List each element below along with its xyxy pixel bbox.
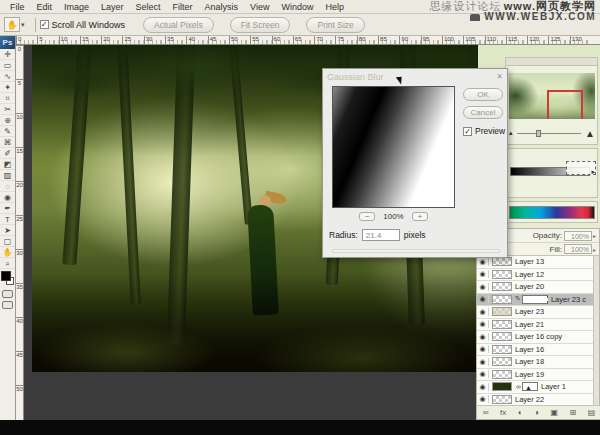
marquee-tool[interactable]: ▭ <box>0 60 15 71</box>
fill-dropdown-icon[interactable]: ▸ <box>593 246 596 253</box>
new-layer-icon[interactable]: ⊞ <box>569 408 576 417</box>
layer-rename-input[interactable] <box>522 295 548 304</box>
layer-thumbnail[interactable] <box>492 282 512 291</box>
hand-tool-icon[interactable]: ✋ <box>4 17 20 32</box>
color-swatches[interactable] <box>0 271 15 287</box>
eye-icon[interactable]: ◉ <box>477 258 489 266</box>
eye-icon[interactable]: ◉ <box>477 270 489 278</box>
layer-row[interactable]: ◉Layer 23 <box>477 306 595 319</box>
layer-thumbnail[interactable] <box>492 395 512 404</box>
menu-analysis[interactable]: Analysis <box>199 2 245 12</box>
layer-row[interactable]: ◉Layer 12 <box>477 269 595 282</box>
path-select-tool[interactable]: ➤ <box>0 225 15 236</box>
adjustment-layer-icon[interactable]: ◑ <box>534 408 539 417</box>
zoom-out-mountain-icon[interactable]: ▴ <box>509 129 513 137</box>
layer-mask-thumbnail[interactable]: ▲ <box>522 382 538 391</box>
layer-row[interactable]: ◉Layer 21 <box>477 319 595 332</box>
menu-window[interactable]: Window <box>275 2 319 12</box>
close-icon[interactable]: ✕ <box>496 72 503 81</box>
layer-row[interactable]: ◉Layer 19 <box>477 369 595 382</box>
layer-thumbnail[interactable] <box>492 332 512 341</box>
menu-edit[interactable]: Edit <box>31 2 59 12</box>
opacity-dropdown-icon[interactable]: ▸ <box>593 232 596 239</box>
move-tool[interactable]: ✛ <box>0 49 15 60</box>
layer-thumbnail[interactable] <box>492 357 512 366</box>
clone-stamp-tool[interactable]: ⌘ <box>0 137 15 148</box>
opacity-value[interactable]: 100% <box>564 231 592 241</box>
gradient-arrow-icon[interactable]: ▸ <box>591 168 595 176</box>
layer-row[interactable]: ◉✎Layer 23 c <box>477 294 595 307</box>
eye-icon[interactable]: ◉ <box>477 395 489 403</box>
layer-row[interactable]: ◉∞▲Layer 1 <box>477 381 595 394</box>
layer-thumbnail[interactable] <box>492 320 512 329</box>
menu-select[interactable]: Select <box>130 2 167 12</box>
dialog-title-bar[interactable]: Gaussian Blur ✕ <box>323 69 507 84</box>
radius-slider-groove[interactable] <box>332 249 500 253</box>
eye-icon[interactable]: ◉ <box>477 295 489 303</box>
eye-icon[interactable]: ◉ <box>477 345 489 353</box>
layer-mask-icon[interactable]: ◐ <box>518 408 523 417</box>
menu-help[interactable]: Help <box>319 2 350 12</box>
layer-thumbnail[interactable] <box>492 257 512 266</box>
zoom-out-button[interactable]: − <box>359 212 375 221</box>
screen-mode-button[interactable] <box>2 301 13 309</box>
menu-image[interactable]: Image <box>58 2 95 12</box>
radius-input[interactable] <box>362 229 400 241</box>
zoom-in-mountain-icon[interactable]: ▲ <box>585 128 595 139</box>
navigator-zoom-slider[interactable] <box>517 133 582 134</box>
navigator-thumbnail[interactable] <box>509 73 595 119</box>
eye-icon[interactable]: ◉ <box>477 370 489 378</box>
layer-thumbnail[interactable] <box>492 345 512 354</box>
layer-thumbnail[interactable] <box>492 295 512 304</box>
eye-icon[interactable]: ◉ <box>477 283 489 291</box>
cancel-button[interactable]: Cancel <box>463 106 503 119</box>
type-tool[interactable]: T <box>0 214 15 225</box>
layer-thumbnail[interactable] <box>492 270 512 279</box>
actual-pixels-button[interactable]: Actual Pixels <box>143 17 214 33</box>
link-layers-icon[interactable]: ∞ <box>483 408 489 417</box>
magic-wand-tool[interactable]: ✦ <box>0 82 15 93</box>
foreground-color-swatch[interactable] <box>1 271 11 281</box>
color-spectrum-ramp[interactable] <box>509 206 595 219</box>
fit-screen-button[interactable]: Fit Screen <box>230 17 291 33</box>
blur-tool[interactable]: ◌ <box>0 181 15 192</box>
eye-icon[interactable]: ◉ <box>477 320 489 328</box>
preview-check-icon[interactable]: ✓ <box>463 127 472 136</box>
layer-row[interactable]: ◉Layer 16 <box>477 344 595 357</box>
checkbox-icon[interactable]: ✓ <box>40 20 49 29</box>
history-brush-tool[interactable]: ✐ <box>0 148 15 159</box>
scroll-all-windows-checkbox[interactable]: ✓ Scroll All Windows <box>40 20 126 30</box>
mask-link-icon[interactable]: ∞ <box>516 383 521 390</box>
healing-brush-tool[interactable]: ⊕ <box>0 115 15 126</box>
slice-tool[interactable]: ✂ <box>0 104 15 115</box>
dodge-tool[interactable]: ◉ <box>0 192 15 203</box>
layer-style-icon[interactable]: fx <box>500 408 506 417</box>
navigator-tab-strip[interactable] <box>506 58 597 66</box>
layer-row[interactable]: ◉Layer 20 <box>477 281 595 294</box>
navigator-viewbox[interactable] <box>547 90 583 119</box>
eraser-tool[interactable]: ◩ <box>0 159 15 170</box>
menu-filter[interactable]: Filter <box>167 2 199 12</box>
zoom-tool[interactable]: ⌕ <box>0 258 15 269</box>
delete-layer-icon[interactable]: ▤ <box>588 408 596 417</box>
eye-icon[interactable]: ◉ <box>477 308 489 316</box>
quick-mask-button[interactable] <box>2 290 13 298</box>
shape-tool[interactable]: ▢ <box>0 236 15 247</box>
new-group-icon[interactable]: ▣ <box>550 408 558 417</box>
fill-value[interactable]: 100% <box>564 244 592 254</box>
menu-layer[interactable]: Layer <box>95 2 130 12</box>
hand-tool[interactable]: ✋ <box>0 247 15 258</box>
print-size-button[interactable]: Print Size <box>306 17 364 33</box>
eye-icon[interactable]: ◉ <box>477 383 489 391</box>
tool-dropdown-icon[interactable]: ▾ <box>21 21 25 29</box>
layer-thumbnail[interactable] <box>492 382 512 391</box>
crop-tool[interactable]: ⌗ <box>0 93 15 104</box>
layer-thumbnail[interactable] <box>492 370 512 379</box>
zoom-slider-thumb[interactable] <box>536 130 541 137</box>
menu-file[interactable]: File <box>4 2 31 12</box>
pen-tool[interactable]: ✒ <box>0 203 15 214</box>
brush-tool[interactable]: ✎ <box>0 126 15 137</box>
lasso-tool[interactable]: ∿ <box>0 71 15 82</box>
ok-button[interactable]: OK <box>463 88 503 101</box>
eye-icon[interactable]: ◉ <box>477 333 489 341</box>
